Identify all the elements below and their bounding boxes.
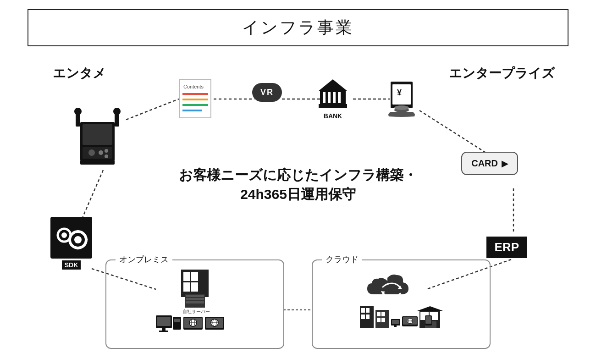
svg-rect-48 — [183, 282, 190, 292]
svg-rect-22 — [338, 92, 341, 103]
svg-rect-77 — [366, 314, 370, 319]
svg-line-6 — [80, 170, 103, 223]
svg-line-5 — [126, 99, 179, 120]
cloud-inner — [313, 265, 490, 348]
bank-icon-svg — [316, 78, 349, 111]
icon-invoice: ¥ — [385, 81, 418, 117]
svg-rect-84 — [392, 320, 399, 324]
card-arrow-icon: ▶ — [502, 159, 508, 169]
svg-point-36 — [99, 150, 103, 155]
sdk-icon-svg — [50, 216, 93, 259]
onprem-label: オンプレミス — [116, 254, 172, 265]
icon-vr: VR — [252, 83, 282, 102]
title-box: インフラ事業 — [28, 9, 568, 46]
svg-rect-81 — [377, 318, 381, 322]
svg-rect-20 — [328, 92, 331, 103]
svg-rect-80 — [381, 312, 385, 316]
svg-rect-76 — [361, 314, 365, 319]
label-enterprise: エンタープライズ — [449, 65, 555, 82]
svg-rect-75 — [366, 308, 370, 313]
svg-rect-39 — [80, 160, 115, 165]
svg-point-37 — [105, 149, 108, 153]
svg-rect-51 — [186, 295, 204, 297]
icon-contents: Contents — [179, 78, 212, 119]
svg-point-27 — [394, 105, 409, 110]
svg-rect-17 — [319, 104, 347, 108]
box-onprem: オンプレミス — [105, 259, 284, 349]
svg-marker-18 — [318, 79, 348, 91]
contents-icon-svg: Contents — [179, 78, 212, 119]
svg-rect-57 — [162, 328, 166, 331]
icon-bank: BANK — [316, 78, 349, 120]
erp-label: ERP — [486, 237, 527, 258]
arcade-icon-svg — [73, 106, 121, 165]
icon-arcade — [73, 106, 121, 165]
svg-text:自社サーバー: 自社サーバー — [182, 309, 210, 314]
page-title: インフラ事業 — [242, 18, 354, 37]
svg-text:Contents: Contents — [183, 84, 204, 89]
svg-rect-85 — [394, 325, 397, 327]
svg-rect-21 — [333, 92, 336, 103]
svg-point-31 — [74, 108, 82, 115]
onprem-content-svg: 自社サーバー — [154, 267, 236, 334]
svg-point-38 — [105, 154, 108, 158]
onprem-inner: 自社サーバー — [106, 265, 283, 348]
svg-rect-58 — [159, 331, 168, 332]
svg-rect-47 — [191, 272, 198, 281]
svg-point-44 — [74, 236, 82, 243]
invoice-icon-svg: ¥ — [385, 81, 418, 117]
svg-point-33 — [113, 108, 121, 115]
svg-rect-19 — [323, 92, 326, 103]
diagram-area: エンタメ エンタープライズ Contents VR — [28, 60, 568, 353]
cloud-label: クラウド — [322, 254, 362, 265]
card-widget: CARD ▶ — [461, 152, 518, 175]
svg-rect-49 — [191, 282, 198, 292]
label-entame: エンタメ — [53, 65, 106, 82]
cloud-content-svg — [355, 265, 447, 331]
svg-rect-82 — [381, 318, 385, 322]
svg-rect-96 — [425, 316, 431, 324]
icon-card: CARD ▶ — [461, 152, 518, 175]
svg-rect-52 — [186, 298, 204, 300]
main-container: インフラ事業 エンタメ — [28, 9, 568, 353]
svg-point-42 — [61, 232, 67, 238]
svg-rect-53 — [186, 301, 204, 303]
svg-rect-46 — [183, 272, 190, 281]
vr-pill: VR — [252, 83, 282, 102]
svg-rect-79 — [377, 312, 381, 316]
center-text: お客様ニーズに応じたインフラ構築・ 24h365日運用保守 — [179, 165, 417, 204]
svg-rect-29 — [83, 124, 112, 145]
svg-rect-56 — [157, 317, 171, 326]
svg-text:¥: ¥ — [397, 88, 402, 97]
box-cloud: クラウド — [312, 259, 491, 349]
icon-sdk: SDK — [50, 216, 93, 270]
svg-rect-60 — [174, 319, 180, 322]
svg-rect-74 — [361, 308, 365, 313]
svg-point-35 — [88, 149, 95, 156]
